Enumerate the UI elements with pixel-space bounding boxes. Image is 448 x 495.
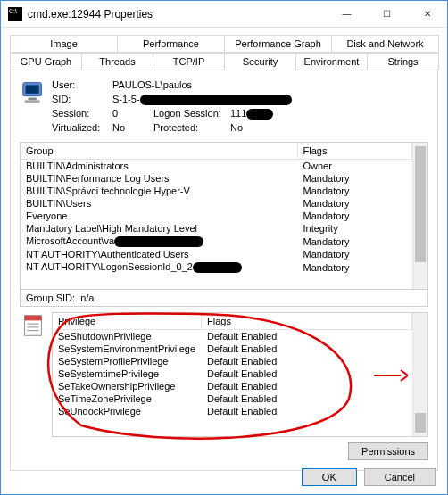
protected-value: No — [230, 120, 243, 135]
priv-scrollbar[interactable] — [412, 313, 427, 436]
groups-col-group[interactable]: Group — [21, 143, 297, 160]
cmd-icon — [8, 7, 22, 21]
process-icon — [20, 78, 46, 104]
svg-rect-1 — [26, 85, 39, 93]
table-row[interactable]: BUILTIN\Performance Log UsersMandatory — [21, 172, 412, 185]
tab-gpu-graph[interactable]: GPU Graph — [10, 53, 82, 70]
priv-col-flags[interactable]: Flags — [202, 313, 412, 330]
tab-threads[interactable]: Threads — [81, 53, 153, 70]
tab-tcp/ip[interactable]: TCP/IP — [153, 53, 225, 70]
table-row[interactable]: SeTimeZonePrivilegeDefault Enabled — [53, 392, 412, 405]
table-row[interactable]: Mandatory Label\High Mandatory LevelInte… — [21, 222, 412, 235]
tab-image[interactable]: Image — [10, 35, 118, 53]
table-row[interactable]: BUILTIN\UsersMandatory — [21, 197, 412, 210]
table-row[interactable]: SeShutdownPrivilegeDefault Enabled — [53, 330, 412, 343]
session-value: 0 — [112, 106, 148, 120]
tab-strings[interactable]: Strings — [367, 53, 439, 70]
virtualized-label: Virtualized: — [52, 120, 112, 135]
close-button[interactable]: ✕ — [407, 1, 447, 27]
table-row[interactable]: SeSystemEnvironmentPrivilegeDefault Enab… — [53, 342, 412, 355]
table-row[interactable]: SeTakeOwnershipPrivilegeDefault Enabled — [53, 380, 412, 392]
table-row[interactable]: SeUndockPrivilegeDefault Enabled — [53, 405, 412, 417]
groups-col-flags[interactable]: Flags — [297, 143, 412, 160]
ok-button[interactable]: OK — [302, 468, 357, 486]
tab-security-page: User: PAULOS-L\paulos SID: S-1-5- Sessio… — [10, 70, 438, 471]
table-row[interactable]: MicrosoftAccount\vaMandatory — [21, 235, 412, 248]
tab-performance[interactable]: Performance — [117, 35, 225, 53]
user-label: User: — [52, 78, 112, 92]
tab-performance-graph[interactable]: Performance Graph — [224, 35, 332, 53]
sid-label: SID: — [52, 92, 112, 106]
virtualized-value: No — [112, 120, 148, 135]
tabstrip: ImagePerformancePerformance GraphDisk an… — [10, 35, 438, 70]
privileges-listbox[interactable]: Privilege Flags SeShutdownPrivilegeDefau… — [52, 312, 428, 437]
privileges-icon — [20, 312, 46, 339]
user-value: PAULOS-L\paulos — [112, 78, 192, 92]
groups-scrollbar[interactable] — [412, 143, 427, 289]
titlebar: cmd.exe:12944 Properties — ☐ ✕ — [1, 1, 447, 28]
logon-session-value: 111 — [230, 106, 273, 120]
maximize-button[interactable]: ☐ — [367, 1, 407, 27]
cancel-button[interactable]: Cancel — [364, 468, 436, 486]
permissions-button[interactable]: Permissions — [348, 442, 428, 460]
window-title: cmd.exe:12944 Properties — [28, 8, 327, 21]
table-row[interactable]: EveryoneMandatory — [21, 210, 412, 222]
group-sid-row: Group SID: n/a — [20, 290, 428, 307]
logon-session-label: Logon Session: — [148, 106, 230, 120]
svg-rect-5 — [25, 316, 42, 321]
priv-col-privilege[interactable]: Privilege — [53, 313, 202, 330]
svg-rect-3 — [25, 100, 40, 103]
table-row[interactable]: NT AUTHORITY\LogonSessionId_0_2Mandatory — [21, 260, 412, 274]
tab-disk-and-network[interactable]: Disk and Network — [331, 35, 439, 53]
table-row[interactable]: NT AUTHORITY\Authenticated UsersMandator… — [21, 248, 412, 260]
tab-environment[interactable]: Environment — [295, 53, 368, 70]
tab-security[interactable]: Security — [224, 53, 296, 70]
table-row[interactable]: BUILTIN\Správci technologie Hyper-VManda… — [21, 185, 412, 197]
sid-value: S-1-5- — [112, 92, 292, 106]
table-row[interactable]: SeSystemProfilePrivilegeDefault Enabled — [53, 355, 412, 367]
protected-label: Protected: — [148, 120, 230, 135]
table-row[interactable]: SeSystemtimePrivilegeDefault Enabled — [53, 367, 412, 380]
table-row[interactable]: BUILTIN\AdministratorsOwner — [21, 160, 412, 173]
svg-rect-2 — [28, 98, 36, 101]
session-label: Session: — [52, 106, 112, 120]
minimize-button[interactable]: — — [327, 1, 367, 27]
groups-listbox[interactable]: Group Flags BUILTIN\AdministratorsOwnerB… — [20, 142, 428, 290]
